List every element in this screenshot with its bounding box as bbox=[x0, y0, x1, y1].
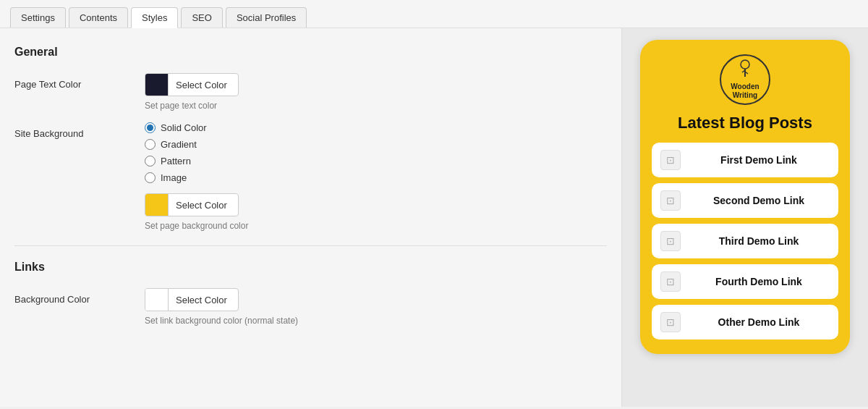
radio-gradient-label: Gradient bbox=[161, 139, 197, 150]
radio-pattern-input[interactable] bbox=[145, 156, 156, 166]
list-item: ⊡ Other Demo Link bbox=[652, 305, 838, 340]
link-icon-4: ⊡ bbox=[660, 271, 681, 292]
link-bg-color-swatch bbox=[145, 289, 169, 311]
page-text-color-button[interactable]: Select Color bbox=[145, 73, 239, 96]
link-text-1: First Demo Link bbox=[688, 154, 830, 166]
radio-solid-color[interactable]: Solid Color bbox=[145, 122, 607, 133]
link-bg-color-btn-label: Select Color bbox=[169, 295, 234, 305]
link-bg-color-control: Select Color Set link background color (… bbox=[145, 288, 607, 326]
radio-image[interactable]: Image bbox=[145, 172, 607, 183]
site-bg-color-hint: Set page background color bbox=[145, 221, 607, 231]
radio-image-input[interactable] bbox=[145, 172, 156, 183]
site-bg-color-swatch bbox=[145, 194, 169, 216]
link-icon-1: ⊡ bbox=[660, 150, 681, 170]
site-bg-color-btn-label: Select Color bbox=[169, 200, 234, 211]
tab-styles[interactable]: Styles bbox=[131, 7, 178, 28]
list-item: ⊡ Second Demo Link bbox=[652, 183, 838, 218]
page-text-color-row: Page Text Color Select Color Set page te… bbox=[14, 73, 607, 111]
page-text-color-control: Select Color Set page text color bbox=[145, 73, 607, 111]
link-bg-color-label: Background Color bbox=[14, 288, 145, 305]
site-background-control: Solid Color Gradient Pattern Image bbox=[145, 122, 607, 231]
tab-contents[interactable]: Contents bbox=[69, 7, 128, 28]
logo-text-line1: Wooden bbox=[731, 83, 759, 91]
link-text-3: Third Demo Link bbox=[688, 235, 830, 247]
logo-circle: Wooden Writing bbox=[720, 54, 770, 105]
divider bbox=[14, 245, 607, 246]
link-bg-color-row: Background Color Select Color Set link b… bbox=[14, 288, 607, 326]
radio-image-label: Image bbox=[161, 172, 187, 183]
main-layout: General Page Text Color Select Color Set… bbox=[0, 28, 868, 407]
radio-pattern-label: Pattern bbox=[161, 156, 191, 166]
link-bg-color-hint: Set link background color (normal state) bbox=[145, 316, 607, 326]
site-background-label: Site Background bbox=[14, 122, 145, 139]
link-text-2: Second Demo Link bbox=[688, 195, 830, 206]
tabs-bar: Settings Contents Styles SEO Social Prof… bbox=[0, 0, 868, 28]
link-icon-3: ⊡ bbox=[660, 231, 681, 251]
site-bg-color-button[interactable]: Select Color bbox=[145, 193, 239, 216]
tab-settings[interactable]: Settings bbox=[10, 7, 66, 28]
phone-preview: Wooden Writing Latest Blog Posts ⊡ First… bbox=[640, 40, 850, 354]
list-item: ⊡ Third Demo Link bbox=[652, 224, 838, 258]
page-text-color-swatch bbox=[145, 74, 169, 96]
preview-links: ⊡ First Demo Link ⊡ Second Demo Link ⊡ T… bbox=[652, 143, 838, 340]
radio-solid-color-input[interactable] bbox=[145, 122, 156, 133]
tab-social-profiles[interactable]: Social Profiles bbox=[226, 7, 307, 28]
radio-pattern[interactable]: Pattern bbox=[145, 156, 607, 166]
tab-seo[interactable]: SEO bbox=[181, 7, 222, 28]
link-text-5: Other Demo Link bbox=[688, 316, 830, 328]
link-bg-color-button[interactable]: Select Color bbox=[145, 288, 239, 311]
link-icon-2: ⊡ bbox=[660, 190, 681, 211]
page-text-color-btn-label: Select Color bbox=[169, 80, 234, 90]
links-section-title: Links bbox=[14, 261, 607, 274]
page-text-color-hint: Set page text color bbox=[145, 101, 607, 111]
list-item: ⊡ Fourth Demo Link bbox=[652, 264, 838, 299]
left-panel: General Page Text Color Select Color Set… bbox=[0, 28, 622, 407]
link-text-4: Fourth Demo Link bbox=[688, 276, 830, 287]
svg-point-0 bbox=[741, 60, 749, 69]
page-text-color-label: Page Text Color bbox=[14, 73, 145, 90]
list-item: ⊡ First Demo Link bbox=[652, 143, 838, 177]
preview-logo: Wooden Writing bbox=[652, 54, 838, 105]
site-background-radio-group: Solid Color Gradient Pattern Image bbox=[145, 122, 607, 183]
preview-heading: Latest Blog Posts bbox=[652, 114, 838, 132]
radio-solid-color-label: Solid Color bbox=[161, 122, 207, 133]
general-section-title: General bbox=[14, 46, 607, 59]
site-background-row: Site Background Solid Color Gradient Pat… bbox=[14, 122, 607, 231]
radio-gradient-input[interactable] bbox=[145, 139, 156, 150]
right-panel: Wooden Writing Latest Blog Posts ⊡ First… bbox=[622, 28, 868, 407]
link-icon-5: ⊡ bbox=[660, 312, 681, 332]
radio-gradient[interactable]: Gradient bbox=[145, 139, 607, 150]
logo-text-line2: Writing bbox=[733, 91, 757, 100]
logo-tree-icon bbox=[735, 59, 755, 81]
